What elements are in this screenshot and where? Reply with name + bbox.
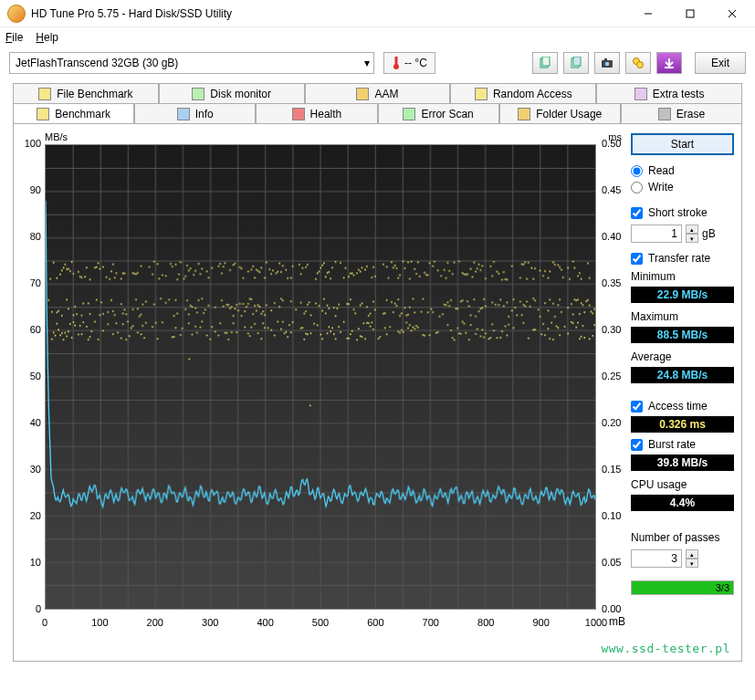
svg-rect-7 [542,57,550,66]
tab-info[interactable]: Info [134,103,256,123]
tab-random-access[interactable]: Random Access [450,83,596,103]
tab-aam[interactable]: AAM [305,83,451,103]
menu-file[interactable]: File [5,31,23,44]
spinner-up-icon[interactable]: ▴ [686,225,698,234]
maximize-button[interactable] [669,0,711,27]
y-tick-left: 0 [21,603,41,614]
y-tick-left: 10 [21,557,41,568]
device-select[interactable]: JetFlashTranscend 32GB (30 gB) ▾ [9,52,374,74]
y-tick-left: 20 [21,510,41,521]
x-tick: 300 [202,617,218,628]
tab-extra-tests[interactable]: Extra tests [596,83,742,103]
temperature-value: -- °C [404,57,427,69]
copy-info-button[interactable] [532,52,558,74]
progress-bar: 3/3 [631,580,734,595]
y-tick-right: 0.15 [602,464,627,475]
settings-button[interactable] [625,52,651,74]
tab-health[interactable]: Health [256,103,377,123]
tab-folder-usage[interactable]: Folder Usage [499,103,621,123]
copy-text-button[interactable] [563,52,589,74]
y-tick-right: 0.20 [602,417,627,428]
short-stroke-checkbox[interactable]: Short stroke [631,206,734,219]
average-value: 24.8 MB/s [631,367,734,383]
x-tick: 200 [147,617,163,628]
progress-text: 3/3 [716,582,729,593]
maximum-value: 88.5 MB/s [631,327,734,343]
y-tick-right: 0.35 [602,277,627,288]
y-tick-left: 90 [21,184,41,195]
y-tick-left: 60 [21,324,41,335]
y-tick-left: 100 [21,138,41,149]
tab-erase[interactable]: Erase [621,103,742,123]
cpu-usage-value: 4.4% [631,495,734,511]
y-tick-right: 0.30 [602,324,627,335]
short-stroke-spinner[interactable]: ▴▾ gB [631,225,734,243]
svg-rect-9 [573,57,581,66]
passes-spinner[interactable]: ▴▾ [631,549,734,568]
read-radio[interactable]: Read [631,164,734,177]
save-button[interactable] [656,52,682,74]
y-tick-left: 80 [21,231,41,242]
x-tick: 100 [91,617,108,628]
y-tick-right: 0.10 [602,510,627,521]
chevron-down-icon: ▾ [364,57,370,69]
x-tick: 800 [477,617,494,628]
transfer-rate-checkbox[interactable]: Transfer rate [631,252,734,265]
exit-button[interactable]: Exit [695,52,746,74]
y-tick-right: 0.05 [602,557,627,568]
device-select-value: JetFlashTranscend 32GB (30 gB) [16,57,178,69]
tabs-row-2: BenchmarkInfoHealthError ScanFolder Usag… [0,103,755,123]
average-label: Average [631,350,734,363]
toolbar: JetFlashTranscend 32GB (30 gB) ▾ -- °C E… [0,47,755,79]
tab-file-benchmark[interactable]: File Benchmark [13,83,159,103]
burst-rate-checkbox[interactable]: Burst rate [631,438,734,451]
y-tick-left: 40 [21,417,41,428]
cpu-usage-label: CPU usage [631,478,734,491]
y-tick-right: 0.40 [602,231,627,242]
write-radio[interactable]: Write [631,181,734,193]
x-tick: 600 [367,617,383,628]
y-tick-right: 0.00 [602,603,627,614]
benchmark-chart: MB/s ms mB 01020304050607080901000.000.0… [21,131,624,643]
x-tick: 1000 [585,617,607,628]
svg-rect-12 [604,58,607,61]
passes-input[interactable] [631,549,682,568]
menu-help[interactable]: Help [36,31,58,44]
temperature-display: -- °C [383,52,435,74]
short-stroke-input[interactable] [631,225,682,243]
burst-rate-value: 39.8 MB/s [631,454,734,471]
thermometer-icon [392,56,401,70]
y-tick-left: 50 [21,371,41,381]
tab-benchmark[interactable]: Benchmark [13,103,134,123]
spinner-up-icon[interactable]: ▴ [686,549,698,559]
chart-canvas [45,144,596,610]
maximum-label: Maximum [631,310,734,323]
screenshot-button[interactable] [594,52,620,74]
y-tick-right: 0.50 [602,138,627,149]
app-icon [7,5,26,23]
spinner-down-icon[interactable]: ▾ [686,234,698,243]
access-time-checkbox[interactable]: Access time [631,400,734,413]
passes-label: Number of passes [631,531,734,544]
y-tick-left: 30 [21,464,41,475]
watermark: www.ssd-tester.pl [601,642,730,655]
svg-point-14 [637,62,644,68]
tabs-row-1: File BenchmarkDisk monitorAAMRandom Acce… [0,83,755,103]
x-tick: 0 [42,617,47,628]
svg-rect-1 [687,10,694,17]
tab-error-scan[interactable]: Error Scan [378,103,499,123]
chart-xlabel: mB [609,615,625,628]
close-button[interactable] [711,0,753,27]
start-button[interactable]: Start [631,133,734,155]
minimize-button[interactable] [627,0,669,27]
chart-ylabel-left: MB/s [45,131,68,142]
minimum-value: 22.9 MB/s [631,287,734,303]
spinner-down-icon[interactable]: ▾ [686,559,698,568]
y-tick-right: 0.45 [602,184,627,195]
title-bar: HD Tune Pro 5.75 - Hard Disk/SSD Utility [0,0,755,27]
x-tick: 700 [423,617,439,628]
x-tick: 500 [312,617,329,628]
svg-rect-5 [395,57,398,66]
benchmark-sidebar: Start Read Write Short stroke ▴▾ gB Tran… [631,131,734,653]
tab-disk-monitor[interactable]: Disk monitor [159,83,305,103]
